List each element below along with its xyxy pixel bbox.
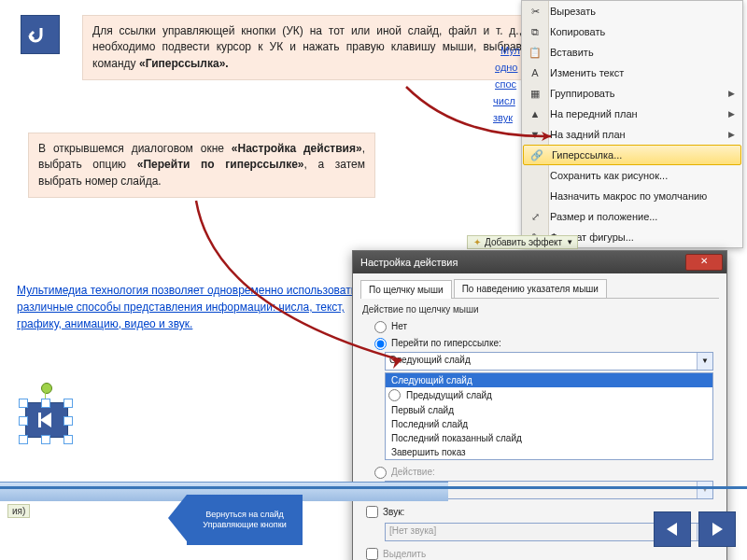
partial-link-2: одно <box>495 60 518 76</box>
return-arrow-shape[interactable]: Вернуться на слайд Управляющие кнопки <box>168 495 299 541</box>
ctx-size-pos[interactable]: ⤢Размер и положение... <box>522 206 742 227</box>
ctx-send-back[interactable]: ▼На задний план▶ <box>522 124 742 145</box>
u-turn-icon <box>28 24 52 45</box>
triangle-left-icon <box>664 521 681 538</box>
hyperlink-select[interactable]: Следующий слайд▼ <box>385 352 713 371</box>
partial-link-5: звук <box>493 110 513 126</box>
submenu-arrow-icon: ▶ <box>728 130 735 139</box>
selected-shape[interactable] <box>22 396 69 442</box>
resize-handle[interactable] <box>19 416 28 426</box>
instruction-box-1: Для ссылки управляющей кнопки (УК) на то… <box>82 15 532 80</box>
prev-slide-button[interactable] <box>654 511 691 547</box>
list-item[interactable]: Первый слайд <box>386 403 712 417</box>
radio-hyperlink[interactable]: Перейти по гиперссылке: <box>370 335 719 350</box>
list-item[interactable]: Завершить показ <box>386 445 712 459</box>
tab-on-hover[interactable]: По наведению указателя мыши <box>454 279 607 298</box>
ctx-copy[interactable]: ⧉Копировать <box>522 21 742 42</box>
partial-link-1: Мул <box>500 43 520 59</box>
add-effect-button[interactable]: ✦ Добавить эффект ▼ <box>467 235 578 249</box>
resize-handle[interactable] <box>63 435 73 444</box>
edit-icon: A <box>527 64 543 81</box>
dropdown-arrow-icon: ▼ <box>566 238 573 246</box>
instruction-box-2: В открывшемся диалоговом окне «Настройка… <box>28 133 375 198</box>
context-menu: ✂Вырезать ⧉Копировать 📋Вставить AИзменит… <box>521 0 743 248</box>
rotate-handle[interactable] <box>41 383 52 394</box>
resize-handle[interactable] <box>63 416 73 426</box>
front-icon: ▲ <box>527 105 543 122</box>
back-icon: ▼ <box>527 126 543 143</box>
radio-none[interactable]: Нет <box>370 318 719 333</box>
ctx-cut[interactable]: ✂Вырезать <box>522 1 742 21</box>
svg-rect-0 <box>38 413 41 427</box>
resize-handle[interactable] <box>63 399 73 408</box>
paste-icon: 📋 <box>527 44 543 61</box>
radio-action[interactable]: Действие: <box>370 464 719 479</box>
resize-handle[interactable] <box>41 399 50 408</box>
list-item[interactable]: Последний показанный слайд <box>386 431 712 445</box>
partial-link-4: числ <box>493 93 515 109</box>
multimedia-link[interactable]: Мультимедиа технология позволяет одновре… <box>17 282 390 332</box>
return-arrow-label: Вернуться на слайд Управляющие кнопки <box>187 495 303 545</box>
cut-icon: ✂ <box>527 3 543 20</box>
ctx-hyperlink[interactable]: 🔗Гиперссылка... <box>523 145 741 165</box>
divider-line <box>0 486 747 489</box>
resize-handle[interactable] <box>19 435 28 444</box>
ctx-default-macro[interactable]: Назначить макрос по умолчанию <box>522 186 742 206</box>
resize-handle[interactable] <box>41 435 50 444</box>
list-item[interactable]: Следующий слайд <box>386 373 712 387</box>
hyperlink-options-list[interactable]: Следующий слайд Предыдущий слайд Первый … <box>385 372 713 460</box>
size-icon: ⤢ <box>527 208 543 225</box>
copy-icon: ⧉ <box>527 23 543 40</box>
resize-handle[interactable] <box>19 399 28 408</box>
next-slide-button[interactable] <box>698 511 736 547</box>
dialog-titlebar[interactable]: Настройка действия ✕ <box>353 251 726 273</box>
ctx-paste[interactable]: 📋Вставить <box>522 42 742 63</box>
list-item[interactable]: Предыдущий слайд <box>386 387 712 403</box>
tab-on-click[interactable]: По щелчку мыши <box>360 280 452 299</box>
submenu-arrow-icon: ▶ <box>728 109 735 119</box>
status-fragment: ия) <box>7 504 30 518</box>
hyperlink-icon: 🔗 <box>529 147 545 163</box>
list-item[interactable]: Последний слайд <box>386 417 712 431</box>
prev-arrow-icon <box>36 411 57 429</box>
ctx-group[interactable]: ▦Группировать▶ <box>522 83 742 104</box>
group-icon: ▦ <box>527 85 543 102</box>
checkbox-highlight[interactable]: Выделить <box>362 545 719 560</box>
ctx-save-image[interactable]: Сохранить как рисунок... <box>522 165 742 186</box>
triangle-right-icon <box>709 521 726 538</box>
back-button[interactable] <box>21 15 60 54</box>
ctx-edit-text[interactable]: AИзменить текст <box>522 63 742 83</box>
ctx-bring-front[interactable]: ▲На передний план▶ <box>522 104 742 124</box>
submenu-arrow-icon: ▶ <box>728 89 735 98</box>
star-icon: ✦ <box>473 237 481 247</box>
group-label: Действие по щелчку мыши <box>362 304 719 315</box>
dialog-close-button[interactable]: ✕ <box>685 254 723 271</box>
instruction-1-bold: «Гиперссылка». <box>139 57 229 70</box>
dropdown-arrow-icon: ▼ <box>697 353 712 370</box>
partial-link-3: спос <box>495 77 516 92</box>
